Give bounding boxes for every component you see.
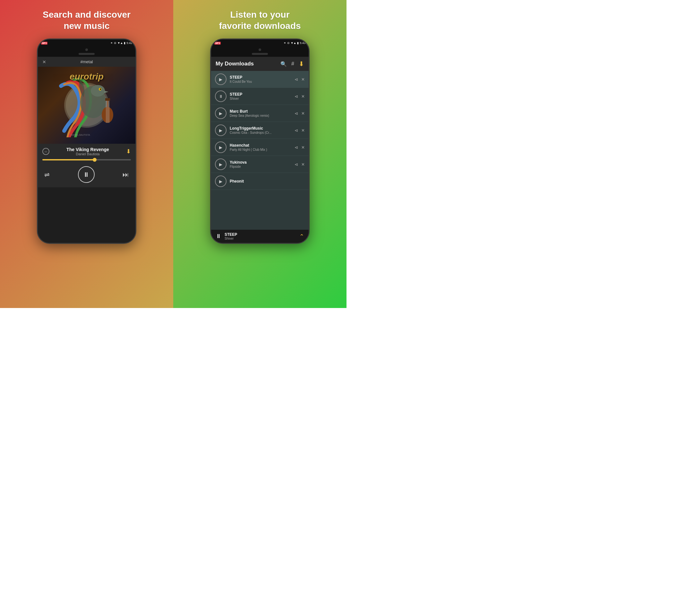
left-panel: Search and discover new music MP3 ⚭ ⊖ ▼▲… [0,0,173,308]
track-item[interactable]: ▶LongTriggerMusicCosmic Gita - Sundrops … [211,122,309,139]
player-controls: ⇌ ⏸ ⏭ [38,163,135,187]
track-info: The Viking Revenge Daniel Bautista [66,147,109,156]
right-panel-title: Listen to your favorite downloads [219,9,301,32]
right-status-bar: MP3 ⚭ ⊖ ▼▲ ▮ 5:43 [211,39,309,46]
track-actions: ⊲✕ [295,162,305,167]
remove-btn-track[interactable]: ✕ [301,111,305,116]
remove-btn-track[interactable]: ✕ [301,94,305,99]
share-btn-track[interactable]: ⊲ [295,128,298,133]
pause-btn-player[interactable]: ⏸ [78,166,95,183]
downloads-title: My Downloads [216,61,254,67]
left-speaker [79,53,95,55]
battery-icon-left: ▮ [124,41,125,45]
track-artist-name: STEEP [230,75,295,80]
track-details: STEEPShiver [230,92,295,100]
now-playing-pause-btn[interactable]: ⏸ [216,233,221,240]
svg-point-5 [100,88,101,90]
track-actions: ⊲✕ [295,94,305,99]
track-song-title: Deep Sea (Aerologic remix) [230,114,295,117]
shuffle-btn[interactable]: ⇌ [44,171,50,178]
track-details: Marc BurtDeep Sea (Aerologic remix) [230,109,295,117]
right-screen: My Downloads 🔍 # ⬇ ▶STEEPIt Could Be You… [211,57,309,243]
next-btn[interactable]: ⏭ [122,171,129,178]
remove-btn-track[interactable]: ✕ [301,162,305,167]
right-speaker [252,53,268,55]
share-btn-track[interactable]: ⊲ [295,77,298,82]
left-status-icons: ⚭ ⊖ ▼▲ ▮ 5:42 [111,41,132,45]
play-btn-track[interactable]: ▶ [215,176,226,187]
right-camera [259,48,261,51]
left-screen: ✕ #metal eurotrip [38,57,135,243]
track-item[interactable]: ▶STEEPIt Could Be You⊲✕ [211,71,309,88]
signal-icon-right: ⊖ [287,41,290,45]
play-btn-track[interactable]: ▶ [215,141,226,153]
player-tag: #metal [80,59,93,64]
cc-icon: cc [42,148,50,155]
track-artist-name: LongTriggerMusic [230,126,295,131]
search-icon-downloads[interactable]: 🔍 [280,61,287,67]
progress-fill [42,159,96,160]
track-item[interactable]: ▶Pheonit [211,173,309,190]
share-btn-track[interactable]: ⊲ [295,94,298,99]
share-btn-track[interactable]: ⊲ [295,111,298,116]
wifi-icon-right: ▼▲ [291,41,296,45]
track-artist-name: Pheonit [230,179,305,183]
remove-btn-track[interactable]: ✕ [301,145,305,150]
album-art-text: eurotrip [70,72,104,82]
now-playing-chevron[interactable]: ⌃ [299,233,304,240]
track-details: LongTriggerMusicCosmic Gita - Sundrops (… [230,126,295,135]
download-icon-downloads[interactable]: ⬇ [299,60,304,68]
now-playing-info: STEEP Shiver [224,232,296,240]
progress-container[interactable] [38,158,135,163]
track-song-title: Cosmic Gita - Sundrops (Cr... [230,131,295,135]
album-art-illustration: DANIEL BAUTISTA [51,73,122,137]
player-header: ✕ #metal [38,57,135,67]
play-btn-track[interactable]: ▶ [215,107,226,119]
hashtag-icon-downloads[interactable]: # [291,61,294,67]
remove-btn-track[interactable]: ✕ [301,128,305,133]
svg-rect-8 [105,98,110,101]
svg-text:DANIEL BAUTISTA: DANIEL BAUTISTA [71,134,90,136]
play-btn-track[interactable]: ▶ [215,124,226,136]
share-btn-track[interactable]: ⊲ [295,145,298,150]
track-song-title: Party All Night ( Club Mix ) [230,148,295,152]
track-actions: ⊲✕ [295,77,305,82]
play-btn-track[interactable]: ▶ [215,158,226,170]
wifi-icon-left: ▼▲ [117,41,123,45]
downloads-header-icons: 🔍 # ⬇ [280,60,304,68]
svg-point-3 [91,85,105,97]
player-close-btn[interactable]: ✕ [42,59,46,64]
album-art: eurotrip [38,67,135,144]
remove-btn-track[interactable]: ✕ [301,77,305,82]
track-song-title: Shiver [230,97,295,100]
track-title: The Viking Revenge [66,147,109,152]
track-details: STEEPIt Could Be You [230,75,295,83]
left-panel-title: Search and discover new music [43,9,131,32]
time-left: 5:42 [126,41,132,45]
right-status-icons: ⚭ ⊖ ▼▲ ▮ 5:43 [284,41,305,45]
track-artist-name: Hasenchat [230,143,295,147]
track-item[interactable]: ▶Marc BurtDeep Sea (Aerologic remix)⊲✕ [211,105,309,122]
time-right: 5:43 [300,41,305,45]
share-btn-track[interactable]: ⊲ [295,162,298,167]
pause-icon: ⏸ [83,171,90,178]
progress-bar[interactable] [42,159,131,160]
bluetooth-icon-right: ⚭ [284,41,286,45]
play-btn-track[interactable]: ▶ [215,74,226,85]
track-artist-name: STEEP [230,92,295,97]
track-artist: Daniel Bautista [66,152,109,156]
download-icon-player[interactable]: ⬇ [126,148,131,155]
track-item[interactable]: ▶HasenchatParty All Night ( Club Mix )⊲✕ [211,139,309,156]
track-actions: ⊲✕ [295,111,305,116]
progress-thumb [93,158,97,162]
player-info: cc The Viking Revenge Daniel Bautista ⬇ [38,144,135,158]
downloads-header: My Downloads 🔍 # ⬇ [211,57,309,71]
now-playing-bar: ⏸ STEEP Shiver ⌃ [211,230,309,243]
pause-btn-track[interactable]: ⏸ [215,91,226,102]
track-item[interactable]: ⏸STEEPShiver⊲✕ [211,88,309,105]
track-item[interactable]: ▶YukinovaFlipside⊲✕ [211,156,309,173]
mp3-badge-right: MP3 [214,42,221,45]
now-playing-artist: Shiver [224,237,296,240]
left-phone: MP3 ⚭ ⊖ ▼▲ ▮ 5:42 ✕ #metal eurotrip [37,39,136,244]
right-phone: MP3 ⚭ ⊖ ▼▲ ▮ 5:43 My Downloads 🔍 # ⬇ [210,39,310,244]
